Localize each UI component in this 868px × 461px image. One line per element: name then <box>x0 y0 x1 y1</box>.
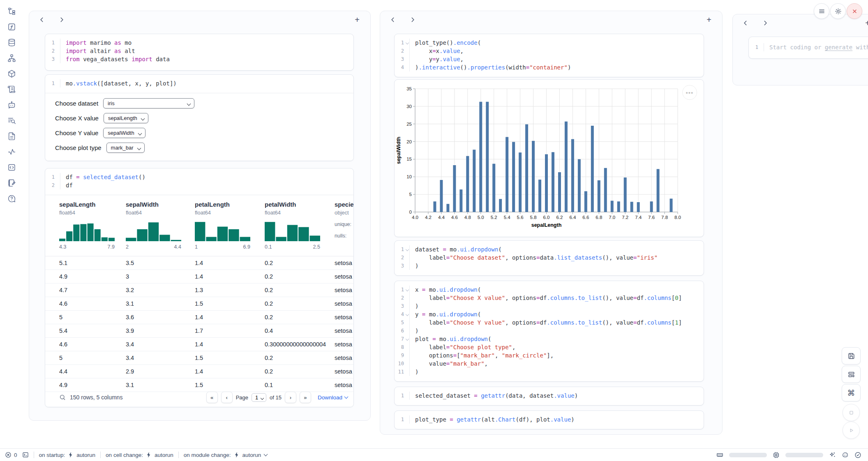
stop-button[interactable] <box>843 404 860 421</box>
on-cell-change-setting[interactable]: on cell change: autorun <box>106 452 173 458</box>
stop-icon <box>848 409 855 416</box>
dropdown-select-0[interactable]: iris <box>103 98 194 108</box>
column-header-petalWidth[interactable]: petalWidthfloat640.12.5 <box>265 195 335 256</box>
scroll-icon[interactable] <box>7 85 16 94</box>
code-editor[interactable]: 1mo.vstack([dataset, x, y, plot]) <box>45 75 353 92</box>
save-button[interactable] <box>842 347 861 364</box>
download-button[interactable]: Download <box>318 394 348 401</box>
code-editor[interactable]: 1x = mo.ui.dropdown(2 label="Choose X va… <box>395 281 704 380</box>
sitemap-icon[interactable] <box>7 53 16 62</box>
table-cell: 4.6 <box>59 341 126 348</box>
code-editor[interactable]: 1plot_type = getattr(alt.Chart(df), plot… <box>395 411 704 428</box>
table-row[interactable]: 4.73.21.30.2setosa <box>45 284 353 297</box>
database-icon[interactable] <box>7 38 16 47</box>
add-cell-button[interactable]: + <box>704 15 714 25</box>
column-right: + 1 Start coding or generate with <box>732 14 868 85</box>
package-icon[interactable] <box>7 69 16 78</box>
table-cell: 5.4 <box>59 327 126 334</box>
prev-column-button[interactable] <box>741 18 750 28</box>
last-page-button[interactable]: » <box>300 392 311 403</box>
help-icon[interactable] <box>7 194 16 203</box>
code-editor[interactable]: 1selected_dataset = getattr(data, datase… <box>395 387 704 404</box>
error-count[interactable]: 0 <box>5 452 17 458</box>
table-row[interactable]: 4.931.40.2setosa <box>45 270 353 284</box>
prev-page-button[interactable]: ‹ <box>221 392 233 403</box>
code-editor[interactable]: 1import marimo as mo2import altair as al… <box>45 34 353 68</box>
layout-button[interactable] <box>842 366 861 383</box>
svg-text:10: 10 <box>406 174 412 179</box>
table-row[interactable]: 5.43.91.70.4setosa <box>45 324 353 338</box>
activity-icon[interactable] <box>7 147 16 156</box>
table-cell: setosa <box>335 287 353 293</box>
column-header-species[interactable]: speciesobjectunique:nulls: <box>335 195 353 256</box>
notebook-pen-icon[interactable] <box>7 178 16 187</box>
code-editor[interactable]: 1df = selected_dataset()2df <box>45 168 353 194</box>
code-line: 1df = selected_dataset() <box>45 173 353 181</box>
next-column-button[interactable] <box>761 18 770 28</box>
table-row[interactable]: 53.61.40.2setosa <box>45 311 353 324</box>
dropdown-select-1[interactable]: sepalLength <box>104 113 148 123</box>
svg-text:5.4: 5.4 <box>504 215 511 220</box>
code-editor[interactable]: 1dataset = mo.ui.dropdown(2 label="Choos… <box>395 241 704 274</box>
prev-column-button[interactable] <box>37 15 46 24</box>
dropdown-row: Choose plot typemark_bar <box>55 142 353 154</box>
settings-button[interactable] <box>830 3 846 19</box>
table-row[interactable]: 4.63.41.40.30000000000000004setosa <box>45 338 353 351</box>
connection-status-icon[interactable] <box>854 452 861 459</box>
terminal-button[interactable] <box>22 452 29 458</box>
add-cell-button[interactable]: + <box>352 15 362 25</box>
table-cell: 4.7 <box>59 287 126 293</box>
code-editor[interactable]: 1 Start coding or generate with <box>749 37 868 58</box>
column-header-sepalLength[interactable]: sepalLengthfloat644.37.9 <box>59 195 126 256</box>
document-icon[interactable] <box>7 131 16 141</box>
first-page-button[interactable]: « <box>206 392 218 403</box>
on-module-change-setting[interactable]: on module change: autorun <box>184 452 268 458</box>
next-page-button[interactable]: › <box>285 392 296 403</box>
close-icon <box>851 8 858 15</box>
on-startup-setting[interactable]: on startup: autorun <box>39 452 96 458</box>
sparkles-icon[interactable] <box>829 452 836 459</box>
line-number: 10 <box>395 360 409 368</box>
close-button[interactable] <box>847 3 862 19</box>
code-editor[interactable]: 1plot_type().encode(2 x=x.value,3 y=y.va… <box>395 34 704 76</box>
chevron-down-icon <box>344 395 349 399</box>
menu-button[interactable] <box>814 3 829 19</box>
copilot-icon[interactable] <box>842 452 849 459</box>
run-button[interactable] <box>843 422 860 439</box>
dropdown-row: Choose Y valuesepalWidth <box>55 127 353 139</box>
table-cell: 1.4 <box>195 314 265 320</box>
code-snippet-icon[interactable] <box>7 163 16 172</box>
fold-chevron-icon[interactable] <box>406 337 409 341</box>
function-icon[interactable] <box>7 22 16 31</box>
table-cell: 0.2 <box>265 273 335 280</box>
fold-chevron-icon[interactable] <box>406 313 409 316</box>
fold-chevron-icon[interactable] <box>406 288 409 291</box>
dropdown-select-2[interactable]: sepalWidth <box>103 128 145 138</box>
next-column-button[interactable] <box>57 15 66 24</box>
list-search-icon[interactable] <box>7 116 16 125</box>
keyboard-shortcuts-button[interactable]: ⌘ <box>842 384 861 401</box>
dropdown-select-3[interactable]: mark_bar <box>106 143 145 153</box>
page-select[interactable]: 1 <box>252 393 266 402</box>
column-header-sepalWidth[interactable]: sepalWidthfloat6424.4 <box>126 195 195 256</box>
fold-chevron-icon[interactable] <box>406 41 409 44</box>
file-tree-icon[interactable] <box>7 7 16 16</box>
table-row[interactable]: 5.13.51.40.2setosa <box>45 256 353 270</box>
table-cell: setosa <box>335 341 353 348</box>
fold-chevron-icon[interactable] <box>406 248 409 251</box>
chatbot-icon[interactable] <box>7 100 16 109</box>
column-header-petalLength[interactable]: petalLengthfloat6416.9 <box>195 195 265 256</box>
table-cell: 0.2 <box>265 355 335 361</box>
prev-column-button[interactable] <box>388 15 397 24</box>
search-icon[interactable] <box>59 394 66 401</box>
table-row[interactable]: 4.42.91.40.2setosa <box>45 365 353 378</box>
line-number: 1 <box>395 245 409 254</box>
add-cell-button[interactable]: + <box>863 18 868 28</box>
line-number: 1 <box>395 415 409 424</box>
next-column-button[interactable] <box>408 15 417 24</box>
generate-link[interactable]: generate <box>825 44 852 51</box>
table-row[interactable]: 4.63.11.50.2setosa <box>45 297 353 311</box>
altair-bar-chart[interactable]: 4.04.24.44.64.85.05.25.45.65.86.06.26.46… <box>395 80 704 237</box>
table-row[interactable]: 53.41.50.2setosa <box>45 351 353 365</box>
chart-actions-button[interactable]: ••• <box>682 85 697 100</box>
